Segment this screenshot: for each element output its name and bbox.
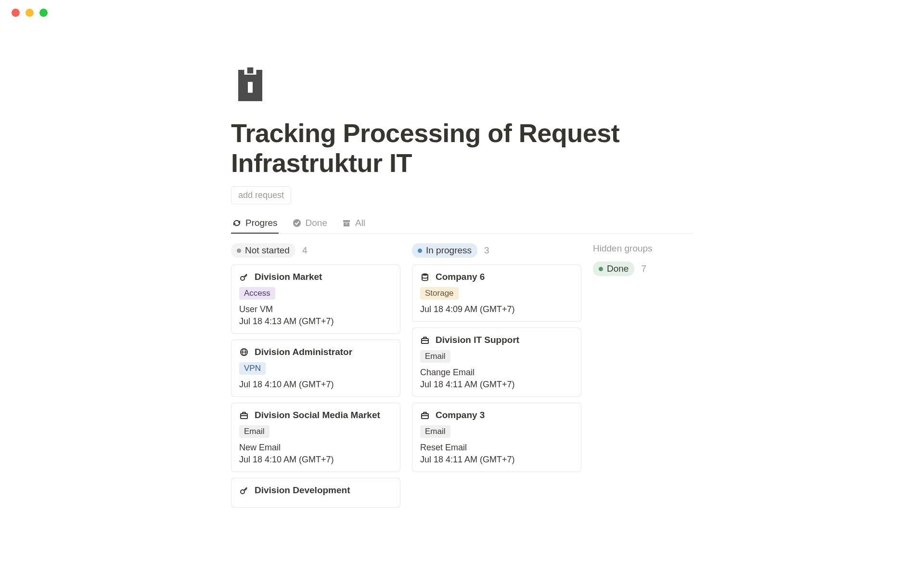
status-label: Done [607, 263, 629, 274]
status-dot-icon [237, 249, 241, 253]
refresh-icon [232, 218, 242, 228]
svg-rect-1 [238, 70, 244, 77]
card-title: Division Development [255, 485, 350, 496]
status-pill[interactable]: Done [593, 262, 634, 276]
hidden-groups-column: Hidden groupsDone7 [593, 243, 693, 276]
card-tag: Email [420, 425, 450, 438]
tab-done[interactable]: Done [291, 215, 328, 233]
status-dot-icon [418, 249, 422, 253]
hidden-group-count: 7 [641, 263, 646, 274]
archive-icon [342, 218, 351, 228]
svg-rect-4 [248, 82, 253, 93]
card-date: Jul 18 4:11 AM (GMT+7) [420, 455, 573, 465]
card-date: Jul 18 4:09 AM (GMT+7) [420, 304, 573, 315]
page-title: Tracking Processing of Request Infrastru… [231, 118, 693, 178]
briefcase-icon [239, 410, 249, 420]
card-date: Jul 18 4:13 AM (GMT+7) [239, 316, 392, 327]
card-title: Company 3 [436, 410, 485, 420]
briefcase-icon [420, 410, 430, 420]
card-tag: Email [420, 350, 450, 363]
card[interactable]: Division IT SupportEmailChange EmailJul … [412, 328, 581, 397]
zoom-window-button[interactable] [39, 9, 48, 17]
card-tag: Storage [420, 287, 459, 300]
tab-label: Progres [245, 218, 278, 228]
svg-rect-3 [247, 67, 254, 74]
status-label: In progress [426, 245, 472, 256]
status-dot-icon [599, 267, 603, 271]
briefcase-icon [420, 335, 430, 345]
check-circle-icon [292, 218, 302, 228]
column-header: In progress3 [412, 243, 581, 258]
column-header: Not started4 [231, 243, 400, 258]
card-tag: Email [239, 425, 270, 438]
window-traffic-lights [0, 0, 924, 17]
card[interactable]: Division MarketAccessUser VMJul 18 4:13 … [231, 264, 400, 334]
database-icon [420, 272, 430, 282]
board-column-in-progress: In progress3Company 6StorageJul 18 4:09 … [412, 243, 581, 478]
card-title: Division Social Media Market [255, 410, 380, 420]
tab-label: All [355, 218, 365, 228]
card[interactable]: Division Social Media MarketEmailNew Ema… [231, 403, 400, 472]
page-icon[interactable] [231, 65, 270, 104]
card-date: Jul 18 4:10 AM (GMT+7) [239, 455, 392, 465]
svg-rect-2 [257, 70, 263, 77]
tab-progres[interactable]: Progres [231, 215, 279, 233]
card-description: Reset Email [420, 443, 573, 453]
status-pill[interactable]: In progress [412, 243, 477, 258]
view-tabs: ProgresDoneAll [231, 215, 693, 234]
status-pill[interactable]: Not started [231, 243, 295, 258]
card-date: Jul 18 4:11 AM (GMT+7) [420, 380, 573, 390]
key-icon [239, 272, 249, 282]
card-title: Division IT Support [436, 335, 519, 345]
globe-icon [239, 347, 249, 357]
card-description: User VM [239, 304, 392, 315]
card-tag: VPN [239, 362, 266, 375]
card[interactable]: Company 3EmailReset EmailJul 18 4:11 AM … [412, 403, 581, 472]
hidden-groups-title: Hidden groups [593, 243, 693, 254]
card-title: Company 6 [436, 272, 485, 282]
card-tag: Access [239, 287, 275, 300]
card-description: New Email [239, 443, 392, 453]
hidden-group-row[interactable]: Done7 [593, 262, 693, 276]
add-request-button[interactable]: add request [231, 186, 291, 204]
card[interactable]: Division Development [231, 478, 400, 508]
status-label: Not started [245, 245, 290, 256]
key-icon [239, 486, 249, 495]
minimize-window-button[interactable] [26, 9, 34, 17]
card-title: Division Market [255, 272, 322, 282]
close-window-button[interactable] [12, 9, 20, 17]
tab-label: Done [306, 218, 327, 228]
card[interactable]: Company 6StorageJul 18 4:09 AM (GMT+7) [412, 264, 581, 322]
card-date: Jul 18 4:10 AM (GMT+7) [239, 380, 392, 390]
column-count: 3 [484, 245, 489, 256]
board-column-not-started: Not started4Division MarketAccessUser VM… [231, 243, 400, 513]
card-title: Division Administrator [255, 347, 352, 357]
column-count: 4 [302, 245, 308, 256]
card-description: Change Email [420, 368, 573, 378]
card[interactable]: Division AdministratorVPNJul 18 4:10 AM … [231, 340, 400, 397]
tab-all[interactable]: All [341, 215, 366, 233]
